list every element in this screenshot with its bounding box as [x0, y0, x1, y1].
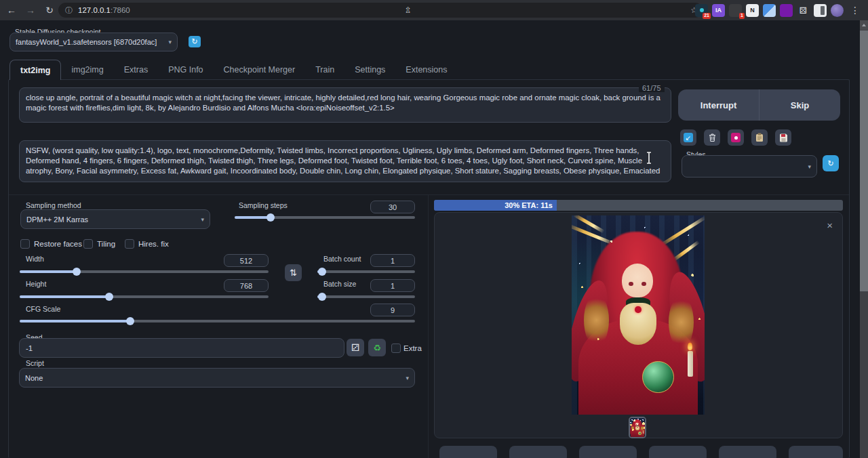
batch-count-input[interactable]	[370, 254, 415, 267]
seed-input[interactable]	[19, 338, 344, 358]
checkbox-tiling[interactable]	[83, 239, 93, 249]
gallery-action-button[interactable]	[789, 446, 843, 458]
batch-size-label: Batch size	[323, 280, 356, 288]
save-icon	[779, 133, 788, 142]
browser-profile-avatar[interactable]	[831, 4, 844, 17]
progress-bar: 30% ETA: 11s	[434, 200, 843, 211]
extension-row: 21 IA 1 N ⚄ ⋮	[695, 2, 863, 18]
chevron-down-icon: ▾	[201, 216, 204, 223]
prompt-toolbelt: ↙	[680, 129, 791, 146]
negative-prompt-input[interactable]: NSFW, (worst quality, low quality:1.4), …	[19, 140, 671, 182]
script-label: Script	[26, 359, 44, 367]
extra-networks-button[interactable]	[728, 129, 744, 146]
prompt-input[interactable]: close up angle, portrait of a beautiful …	[19, 87, 671, 123]
browser-back-button[interactable]: ←	[4, 3, 19, 18]
side-panel-icon[interactable]	[814, 4, 827, 17]
tab-settings[interactable]: Settings	[344, 60, 395, 80]
progress-label: 30% ETA: 11s	[505, 201, 553, 209]
clear-prompt-button[interactable]	[704, 129, 720, 146]
url-text: 127.0.0.1:7860	[78, 6, 130, 14]
batch-count-slider[interactable]	[317, 268, 415, 276]
extension-icon-blue[interactable]	[763, 4, 776, 17]
restore-faces-label: Restore faces	[34, 240, 82, 248]
browser-menu-icon[interactable]: ⋮	[848, 3, 863, 18]
site-info-icon[interactable]: ⓘ	[65, 5, 73, 16]
extra-networks-card-icon	[731, 133, 741, 142]
scrollbar-thumb[interactable]	[860, 30, 868, 291]
height-label: Height	[26, 280, 46, 288]
extension-icon-capture[interactable]: 1	[729, 4, 742, 17]
sampling-method-dropdown[interactable]: DPM++ 2M Karras ▾	[20, 209, 210, 229]
browser-toolbar: ← → ↻ ⓘ 127.0.0.1:7860 ⇫ ☆ 21 IA 1 N ⚄ ⋮	[0, 0, 868, 20]
width-slider[interactable]	[20, 268, 269, 276]
checkpoint-refresh-button[interactable]: ↻	[189, 36, 201, 47]
tab-txt2img[interactable]: txt2img	[9, 60, 61, 80]
paste-arrow-icon: ↙	[684, 133, 693, 142]
cfg-scale-label: CFG Scale	[26, 305, 60, 313]
thumbnail-image	[630, 418, 645, 437]
checkbox-hires-fix[interactable]	[125, 239, 134, 249]
column-divider	[428, 195, 429, 458]
tab-bar: txt2img img2img Extras PNG Info Checkpoi…	[9, 60, 458, 80]
paste-params-button[interactable]: ↙	[680, 129, 696, 146]
trash-icon	[708, 133, 717, 142]
reuse-seed-button[interactable]: ♻	[368, 339, 386, 356]
tab-img2img[interactable]: img2img	[61, 60, 113, 80]
recycle-icon: ♻	[373, 343, 381, 353]
styles-refresh-button[interactable]: ↻	[823, 155, 839, 171]
swap-dimensions-button[interactable]: ⇅	[285, 264, 302, 281]
sampling-steps-input[interactable]	[370, 201, 415, 213]
share-icon[interactable]: ⇫	[399, 5, 416, 15]
tab-extras[interactable]: Extras	[114, 60, 158, 80]
close-preview-button[interactable]: ×	[827, 221, 833, 230]
screen: ← → ↻ ⓘ 127.0.0.1:7860 ⇫ ☆ 21 IA 1 N ⚄ ⋮…	[0, 0, 868, 458]
browser-forward-button[interactable]: →	[23, 3, 38, 18]
sampling-steps-label: Sampling steps	[239, 201, 288, 209]
gallery-action-button[interactable]	[509, 446, 567, 458]
scrollbar-up-arrow[interactable]	[860, 20, 868, 30]
tab-train[interactable]: Train	[305, 60, 344, 80]
batch-size-slider[interactable]	[317, 293, 415, 301]
checkpoint-dropdown[interactable]: fantasyWorld_v1.safetensors [6870d20fac]…	[9, 33, 178, 51]
refresh-icon: ↻	[827, 159, 833, 168]
checkbox-extra-seed[interactable]	[391, 344, 401, 353]
url-bar[interactable]: ⓘ 127.0.0.1:7860 ⇫ ☆	[58, 3, 703, 18]
sampling-steps-slider[interactable]	[235, 213, 415, 222]
height-slider[interactable]	[20, 293, 269, 301]
gallery-action-button[interactable]	[439, 446, 497, 458]
cfg-scale-input[interactable]	[370, 304, 415, 316]
chevron-down-icon: ▾	[168, 39, 172, 45]
extension-icon-notion[interactable]: N	[746, 4, 759, 17]
tab-extensions[interactable]: Extensions	[395, 60, 457, 80]
script-dropdown[interactable]: None ▾	[19, 368, 415, 388]
extension-icon-pin[interactable]: 21	[695, 4, 708, 17]
row-divider	[9, 194, 849, 195]
save-style-button[interactable]	[775, 129, 791, 146]
cfg-scale-slider[interactable]	[20, 317, 415, 325]
batch-size-input[interactable]	[370, 279, 415, 292]
tab-checkpoint-merger[interactable]: Checkpoint Merger	[214, 60, 306, 80]
checkbox-restore-faces[interactable]	[20, 239, 30, 249]
gallery-thumbnail[interactable]	[630, 418, 645, 437]
generated-image[interactable]	[572, 215, 705, 415]
apply-styles-button[interactable]	[751, 129, 768, 146]
extension-icon-onenote[interactable]	[780, 4, 793, 17]
width-input[interactable]	[224, 254, 269, 267]
batch-count-label: Batch count	[323, 255, 361, 263]
token-counter: 61/75	[639, 84, 665, 92]
tab-png-info[interactable]: PNG Info	[158, 60, 213, 80]
interrupt-button[interactable]: Interrupt	[678, 89, 760, 121]
extension-icon-ia[interactable]: IA	[712, 4, 725, 17]
height-input[interactable]	[224, 279, 269, 292]
gallery-action-button[interactable]	[579, 446, 637, 458]
styles-dropdown[interactable]: ▾	[682, 155, 817, 178]
hires-fix-label: Hires. fix	[138, 240, 169, 248]
skip-button[interactable]: Skip	[760, 89, 840, 121]
random-seed-button[interactable]: ⚂	[347, 339, 364, 356]
browser-reload-button[interactable]: ↻	[42, 3, 57, 18]
gallery-action-button[interactable]	[649, 446, 707, 458]
refresh-icon: ↻	[191, 37, 197, 46]
puzzle-extensions-icon[interactable]: ⚄	[797, 4, 810, 17]
clipboard-icon	[755, 133, 764, 142]
gallery-action-button[interactable]	[719, 446, 776, 458]
